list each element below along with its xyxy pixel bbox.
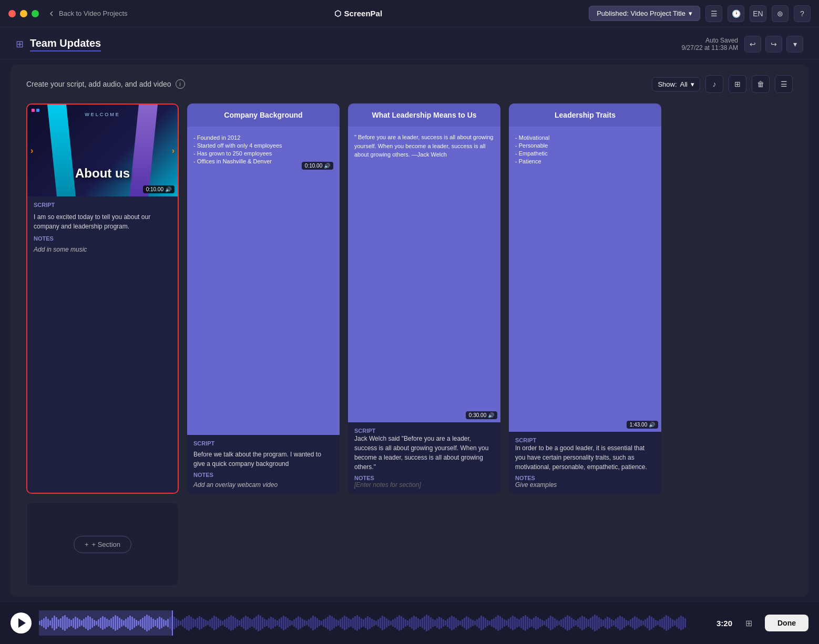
redo-button[interactable]: ↪ bbox=[765, 36, 782, 53]
waveform-bar bbox=[653, 618, 654, 628]
project-header: ⊞ Team Updates Auto Saved 9/27/22 at 11:… bbox=[0, 27, 819, 59]
more-options-button[interactable]: ▾ bbox=[786, 36, 803, 53]
waveform-bar bbox=[220, 620, 221, 626]
waveform-bar bbox=[485, 618, 486, 628]
waveform-bar bbox=[377, 619, 379, 627]
waveform-bar bbox=[546, 619, 547, 627]
card-3-duration: 0:30.00 🔊 bbox=[466, 411, 497, 419]
card-3-script[interactable]: Jack Welch said "Before you are a leader… bbox=[354, 434, 494, 472]
waveform-bar bbox=[600, 619, 602, 627]
card-4-traits[interactable]: Leadership Traits - Motivational - Perso… bbox=[509, 103, 661, 494]
waveform-bar bbox=[371, 619, 373, 627]
traffic-lights bbox=[8, 10, 39, 17]
copy-icon-btn[interactable]: ⊞ bbox=[729, 75, 746, 93]
waveform-bar bbox=[533, 618, 535, 628]
waveform-bar bbox=[184, 618, 186, 628]
waveform-bar bbox=[417, 618, 419, 628]
waveform-bar bbox=[480, 616, 482, 630]
card-4-script[interactable]: In order to be a good leader, it is esse… bbox=[515, 443, 655, 472]
waveform-bar bbox=[474, 621, 476, 625]
card-2-notes[interactable]: Add an overlay webcam video bbox=[193, 481, 333, 489]
history-icon-btn[interactable]: 🕐 bbox=[728, 5, 744, 22]
timeline-bar: 1:08.00 3:20 ⊞ Done bbox=[0, 602, 819, 644]
header-right: Auto Saved 9/27/22 at 11:38 AM ↩ ↪ ▾ bbox=[682, 36, 803, 53]
waveform-bar bbox=[211, 618, 213, 628]
total-time-display: 3:20 bbox=[716, 619, 732, 628]
waveform-bar bbox=[537, 617, 539, 629]
waveform-bar bbox=[516, 618, 518, 628]
music-icon-btn[interactable]: ♪ bbox=[705, 75, 723, 93]
close-window-button[interactable] bbox=[8, 10, 16, 17]
waveform-bar bbox=[255, 616, 257, 630]
card-2-company[interactable]: Company Background - Founded in 2012 - S… bbox=[187, 103, 340, 494]
screenpal-icon: ⬡ bbox=[334, 9, 341, 18]
waveform-bar bbox=[392, 619, 394, 627]
waveform-bar bbox=[642, 621, 644, 625]
layers-icon-btn[interactable]: ⊛ bbox=[772, 5, 789, 22]
play-button[interactable] bbox=[11, 612, 32, 633]
waveform-bar bbox=[436, 618, 438, 628]
waveform-bar bbox=[228, 617, 230, 629]
done-button[interactable]: Done bbox=[765, 615, 808, 631]
waveform-bar bbox=[544, 621, 545, 625]
language-btn[interactable]: EN bbox=[750, 5, 766, 22]
timeline-icon-btn[interactable]: ⊞ bbox=[740, 614, 757, 632]
show-chevron-icon: ▾ bbox=[691, 80, 694, 88]
waveform-bar bbox=[630, 619, 631, 627]
help-icon-btn[interactable]: ? bbox=[794, 5, 811, 22]
waveform-bar bbox=[241, 619, 242, 627]
waveform-bar bbox=[262, 617, 263, 629]
add-section-card[interactable]: + + Section bbox=[26, 502, 179, 586]
card-1-video[interactable]: WELCOME About us › › 0:10.00 🔊 bbox=[26, 103, 179, 494]
add-section-button[interactable]: + + Section bbox=[74, 536, 131, 553]
waveform-bar bbox=[325, 618, 326, 628]
card-4-notes[interactable]: Give examples bbox=[515, 481, 655, 489]
back-label: Back to Video Projects bbox=[59, 9, 128, 17]
waveform-bar bbox=[337, 620, 339, 626]
minimize-window-button[interactable] bbox=[20, 10, 27, 17]
waveform-bar bbox=[272, 618, 274, 628]
waveform-bar bbox=[626, 620, 627, 626]
back-button[interactable]: Back to Video Projects bbox=[47, 9, 128, 18]
waveform-bar bbox=[678, 617, 680, 629]
undo-button[interactable]: ↩ bbox=[744, 36, 761, 53]
card-2-item-1: - Founded in 2012 bbox=[193, 134, 333, 141]
waveform-bar bbox=[367, 616, 368, 630]
maximize-window-button[interactable] bbox=[32, 10, 39, 17]
video-prev-button[interactable]: › bbox=[30, 146, 33, 155]
waveform-bar bbox=[274, 619, 276, 627]
list-icon-btn[interactable]: ☰ bbox=[705, 5, 722, 22]
waveform-bar bbox=[447, 619, 448, 627]
card-1-notes[interactable]: Add in some music bbox=[34, 246, 171, 253]
waveform-bar bbox=[577, 619, 579, 627]
publish-button[interactable]: Published: Video Project Title ▾ bbox=[589, 6, 700, 21]
waveform-bar bbox=[619, 616, 621, 630]
waveform[interactable]: 1:08.00 bbox=[39, 610, 709, 636]
waveform-bar bbox=[647, 618, 648, 628]
waveform-bar bbox=[512, 616, 514, 630]
waveform-bar bbox=[230, 615, 232, 631]
card-1-script[interactable]: I am so excited today to tell you about … bbox=[34, 212, 171, 231]
waveform-bar bbox=[264, 619, 265, 627]
card-2-script[interactable]: Before we talk about the program. I want… bbox=[193, 450, 333, 469]
waveform-bar bbox=[613, 620, 615, 626]
waveform-bar bbox=[579, 617, 581, 629]
list-view-btn[interactable]: ☰ bbox=[775, 75, 793, 93]
waveform-bar bbox=[310, 618, 312, 628]
show-select[interactable]: Show: All ▾ bbox=[652, 77, 700, 91]
waveform-bar bbox=[428, 616, 429, 630]
card-3-notes[interactable]: [Enter notes for section] bbox=[354, 481, 494, 489]
about-us-text: About us bbox=[27, 166, 178, 181]
video-next-button[interactable]: › bbox=[172, 146, 175, 155]
waveform-bar bbox=[340, 619, 341, 627]
card-3-leadership[interactable]: What Leadership Means to Us " Before you… bbox=[348, 103, 500, 494]
waveform-bar bbox=[424, 616, 425, 630]
card-3-notes-label: Notes bbox=[354, 475, 494, 481]
waveform-bar bbox=[283, 616, 284, 630]
trash-icon-btn[interactable]: 🗑 bbox=[752, 75, 770, 93]
info-icon[interactable]: i bbox=[176, 79, 185, 89]
card-4-item-3: - Empathetic bbox=[515, 150, 655, 157]
waveform-bar bbox=[346, 617, 347, 629]
project-title[interactable]: Team Updates bbox=[30, 37, 101, 49]
waveform-bar bbox=[403, 618, 404, 628]
